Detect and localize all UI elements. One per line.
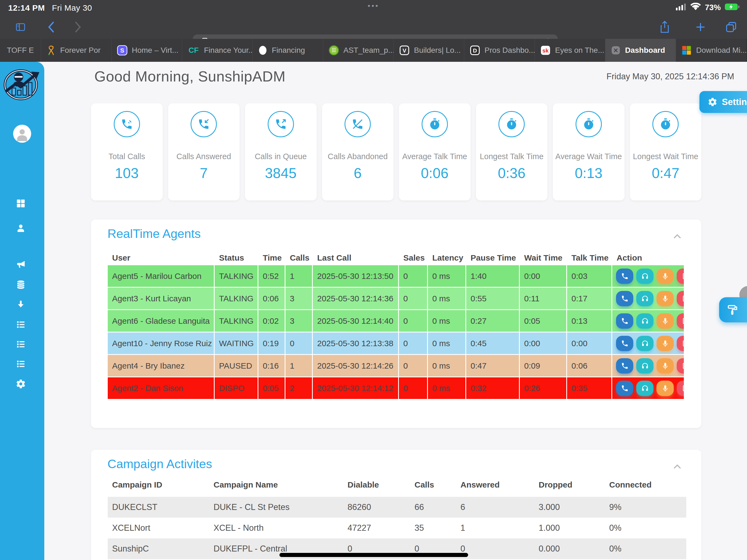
cell-status: TALKING: [215, 288, 258, 309]
call-action-button[interactable]: [616, 358, 633, 374]
home-indicator[interactable]: [279, 553, 468, 557]
mic-action-button[interactable]: [656, 291, 674, 306]
tab-toff-e[interactable]: TOFF E: [0, 39, 41, 62]
tab-builders-lo[interactable]: VBuilders| Lo...: [393, 39, 464, 62]
cell-actions: [612, 355, 684, 377]
cell-last-call: 2025-05-30 12:14:12: [313, 377, 399, 399]
report-list-icon[interactable]: [16, 339, 26, 350]
wifi-icon: [690, 3, 701, 12]
logout-action-button[interactable]: [677, 313, 684, 329]
user-avatar[interactable]: [13, 125, 31, 143]
cell-talk-time: 0:03: [567, 265, 612, 287]
tabs-overview-icon[interactable]: [725, 21, 737, 33]
logout-agent-icon: [681, 362, 684, 370]
mic-action-button[interactable]: [656, 336, 674, 351]
cell-time: 0:19: [258, 332, 285, 354]
logout-action-button[interactable]: [677, 336, 684, 351]
settings-gear-icon[interactable]: [16, 379, 26, 389]
theme-paint-button[interactable]: [719, 297, 747, 322]
tab-eyes-on-the[interactable]: skEyes on The...: [535, 39, 605, 62]
mic-action-button[interactable]: [656, 381, 674, 396]
tab-favicon-white-oval: [258, 45, 267, 55]
tab-home-virt[interactable]: SHome – Virt...: [111, 39, 182, 62]
headset-action-button[interactable]: [636, 358, 653, 374]
download-icon[interactable]: [16, 299, 26, 310]
cell-answered: 1: [456, 523, 534, 533]
stopwatch-icon: [575, 111, 602, 137]
close-tab-icon[interactable]: [611, 45, 621, 55]
tab-financing[interactable]: Financing: [252, 39, 323, 62]
call-phone-icon: [621, 317, 628, 325]
new-tab-icon[interactable]: [695, 21, 706, 33]
call-action-button[interactable]: [616, 269, 633, 284]
tab-pros-dashbo[interactable]: DPros Dashbo...: [464, 39, 535, 62]
stat-label: Total Calls: [108, 152, 145, 161]
tab-dashboard[interactable]: Dashboard: [605, 39, 676, 62]
stat-card-calls-abandoned: Calls Abandoned6: [322, 103, 394, 200]
cell-time: 0:16: [258, 355, 285, 377]
stat-label: Longest Wait Time: [633, 152, 698, 161]
logout-action-button[interactable]: [677, 269, 684, 284]
mic-action-button[interactable]: [656, 358, 674, 374]
campaigns-megaphone-icon[interactable]: [16, 259, 26, 270]
logout-action-button[interactable]: [677, 291, 684, 306]
ipad-screen: 12:14 PMFri May 30 ••• 73% sunship.virtu…: [0, 0, 747, 560]
call-phone-icon: [621, 339, 628, 347]
call-action-button[interactable]: [616, 381, 633, 396]
cell-sales: 0: [399, 288, 428, 309]
logout-action-button[interactable]: [677, 358, 684, 374]
headset-action-button[interactable]: [636, 291, 653, 306]
listen-headset-icon: [641, 272, 649, 280]
stat-label: Longest Talk Time: [480, 152, 544, 161]
agent-row-talking: Agent6 - Gladese LanguitaTALKING0:023202…: [108, 310, 684, 332]
report-list-icon[interactable]: [16, 320, 26, 330]
multitask-dots-icon: •••: [368, 2, 379, 10]
lists-database-icon[interactable]: [16, 279, 26, 290]
tab-download-mi[interactable]: Download Mi...: [676, 39, 746, 62]
collapse-chevron-icon[interactable]: [672, 232, 682, 241]
mic-action-button[interactable]: [656, 313, 674, 329]
share-icon[interactable]: [659, 20, 670, 34]
setting-button[interactable]: Setting: [699, 91, 747, 113]
tab-finance-your[interactable]: CFFinance Your...: [182, 39, 252, 62]
tab-favicon-microsoft: [681, 45, 692, 55]
stat-card-average-talk-time: Average Talk Time0:06: [399, 103, 470, 200]
stat-cards: Total Calls103Calls Answered7Calls in Qu…: [91, 103, 701, 200]
cell-wait-time: 0:05: [520, 310, 567, 332]
call-action-button[interactable]: [616, 313, 633, 329]
agent-row-waiting: Agent10 - Jenny Rose RuizWAITING0:190202…: [108, 332, 684, 355]
stat-value: 0:06: [421, 165, 448, 181]
column-header-talk-time: Talk Time: [567, 253, 612, 262]
cell-actions: [612, 310, 684, 332]
collapse-chevron-icon[interactable]: [672, 462, 682, 472]
back-button[interactable]: [47, 21, 56, 33]
logout-action-button[interactable]: [677, 381, 684, 396]
tab-label: AST_team_p...: [343, 46, 393, 55]
cell-answered: 6: [456, 502, 534, 512]
tab-ast-team-p[interactable]: AST_team_p...: [323, 39, 393, 62]
svg-text:S: S: [120, 47, 124, 54]
whisper-mic-icon: [662, 295, 669, 302]
sidebar-toggle-icon[interactable]: [14, 22, 27, 32]
cell-time: 0:05: [258, 377, 285, 399]
listen-headset-icon: [641, 317, 649, 325]
headset-action-button[interactable]: [636, 336, 653, 351]
forward-button[interactable]: [73, 21, 83, 33]
stat-label: Average Talk Time: [402, 152, 467, 161]
call-action-button[interactable]: [616, 336, 633, 351]
headset-action-button[interactable]: [636, 381, 653, 396]
headset-action-button[interactable]: [636, 313, 653, 329]
tab-label: Home – Virt...: [132, 46, 179, 55]
column-header-calls: Calls: [410, 480, 456, 489]
whisper-mic-icon: [662, 362, 669, 370]
column-header-action: Action: [612, 253, 684, 262]
mic-action-button[interactable]: [656, 269, 674, 284]
column-header-pause-time: Pause Time: [466, 253, 520, 262]
agent-row-paused: Agent4 - Bry IbanezPAUSED0:1612025-05-30…: [108, 355, 684, 377]
call-action-button[interactable]: [616, 291, 633, 306]
dashboard-grid-icon[interactable]: [16, 198, 26, 209]
tab-forever-por[interactable]: Forever Por: [41, 39, 111, 62]
headset-action-button[interactable]: [636, 269, 653, 284]
report-list-icon[interactable]: [16, 359, 26, 369]
agents-icon[interactable]: [16, 223, 26, 233]
